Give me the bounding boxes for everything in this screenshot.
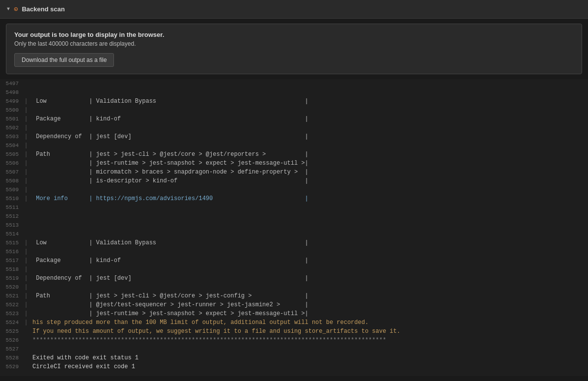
table-row: 5526 ***********************************…: [0, 336, 588, 345]
line-content: [28, 123, 588, 132]
line-bar: |: [24, 115, 28, 123]
table-row: 5518|: [0, 265, 588, 274]
table-row: 5529 CircleCI received exit code 1: [0, 362, 588, 371]
table-row: 5498: [0, 88, 588, 97]
line-bar: |: [24, 106, 28, 115]
page-title: Backend scan: [22, 5, 64, 13]
table-row: 5511: [0, 203, 588, 212]
line-bar: |: [24, 132, 28, 141]
line-number: 5526: [0, 336, 24, 345]
table-row: 5499| Low | Validation Bypass |: [0, 97, 588, 106]
header-bar: ▼ ⊙ Backend scan: [0, 0, 588, 19]
line-bar: |: [24, 150, 28, 159]
table-row: 5502|: [0, 123, 588, 132]
line-bar: [24, 203, 28, 212]
warning-banner: Your output is too large to display in t…: [6, 24, 582, 74]
line-content: | jest-runtime > jest-snapshot > expect …: [28, 159, 588, 168]
line-content: [28, 106, 588, 115]
table-row: 5522| | @jest/test-sequencer > jest-runn…: [0, 300, 588, 309]
line-number: 5498: [0, 88, 24, 97]
line-number: 5511: [0, 203, 24, 212]
table-row: 5501| Package | kind-of |: [0, 115, 588, 123]
line-content: Package | kind-of |: [28, 115, 588, 123]
line-number: 5528: [0, 353, 24, 362]
table-row: 5517| Package | kind-of |: [0, 256, 588, 265]
warning-normal-text: Only the last 400000 characters are disp…: [14, 40, 574, 47]
line-number: 5502: [0, 123, 24, 132]
table-row: 5512: [0, 212, 588, 221]
line-number: 5510: [0, 194, 24, 203]
line-bar: [24, 345, 28, 353]
line-number: 5497: [0, 79, 24, 88]
table-row: 5503| Dependency of | jest [dev] |: [0, 132, 588, 141]
line-number: 5515: [0, 238, 24, 247]
line-number: 5507: [0, 168, 24, 176]
line-bar: [24, 353, 28, 362]
line-content: | micromatch > braces > snapdragon-node …: [28, 168, 588, 176]
table-row: 5509|: [0, 185, 588, 194]
line-number: 5529: [0, 362, 24, 371]
line-number: 5525: [0, 327, 24, 336]
line-number: 5522: [0, 300, 24, 309]
table-row: 5510| More info | https://npmjs.com/advi…: [0, 194, 588, 203]
line-content: Low | Validation Bypass |: [28, 97, 588, 106]
line-bar: |: [24, 185, 28, 194]
line-bar: |: [24, 176, 28, 185]
chevron-icon: ▼: [7, 6, 10, 12]
line-bar: [24, 88, 28, 97]
line-number: 5505: [0, 150, 24, 159]
line-bar: |: [24, 123, 28, 132]
line-bar: [24, 327, 28, 336]
line-content: Dependency of | jest [dev] |: [28, 132, 588, 141]
line-bar: |: [24, 141, 28, 150]
line-number: 5506: [0, 159, 24, 168]
line-number: 5523: [0, 309, 24, 318]
line-bar: |: [24, 194, 28, 203]
line-content: More info | https://npmjs.com/advisories…: [28, 194, 588, 203]
line-content: [28, 230, 588, 238]
line-number: 5513: [0, 221, 24, 230]
line-bar: |: [24, 292, 28, 300]
line-bar: |: [24, 274, 28, 283]
line-number: 5524: [0, 318, 24, 327]
code-area: 5497 5498 5499| Low | Validation Bypass …: [0, 79, 588, 376]
line-content: | @jest/test-sequencer > jest-runner > j…: [28, 300, 588, 309]
line-content: ****************************************…: [28, 336, 588, 345]
line-content: Exited with code exit status 1: [28, 353, 588, 362]
line-bar: |: [24, 318, 28, 327]
table-row: 5513: [0, 221, 588, 230]
line-content: Low | Validation Bypass |: [28, 238, 588, 247]
line-content: If you need this amount of output, we su…: [28, 327, 588, 336]
line-content: | is-descriptor > kind-of |: [28, 176, 588, 185]
table-row: 5508| | is-descriptor > kind-of |: [0, 176, 588, 185]
line-content: CircleCI received exit code 1: [28, 362, 588, 371]
table-row: 5520|: [0, 283, 588, 292]
download-button[interactable]: Download the full output as a file: [14, 53, 114, 67]
line-number: 5504: [0, 141, 24, 150]
table-row: 5505| Path | jest > jest-cli > @jest/cor…: [0, 150, 588, 159]
line-bar: |: [24, 300, 28, 309]
table-row: 5527: [0, 345, 588, 353]
line-number: 5499: [0, 97, 24, 106]
line-number: 5503: [0, 132, 24, 141]
line-bar: |: [24, 265, 28, 274]
line-content: [28, 141, 588, 150]
line-content: [28, 212, 588, 221]
line-bar: [24, 336, 28, 345]
table-row: 5528 Exited with code exit status 1: [0, 353, 588, 362]
table-row: 5500|: [0, 106, 588, 115]
line-bar: |: [24, 238, 28, 247]
line-number: 5516: [0, 247, 24, 256]
line-bar: [24, 79, 28, 88]
line-number: 5527: [0, 345, 24, 353]
line-content: Path | jest > jest-cli > @jest/core > je…: [28, 292, 588, 300]
line-content: [28, 247, 588, 256]
line-number: 5501: [0, 115, 24, 123]
line-number: 5519: [0, 274, 24, 283]
line-content: [28, 221, 588, 230]
line-content: Package | kind-of |: [28, 256, 588, 265]
table-row: 5504|: [0, 141, 588, 150]
line-bar: |: [24, 168, 28, 176]
line-content: [28, 88, 588, 97]
line-content: Path | jest > jest-cli > @jest/core > @j…: [28, 150, 588, 159]
